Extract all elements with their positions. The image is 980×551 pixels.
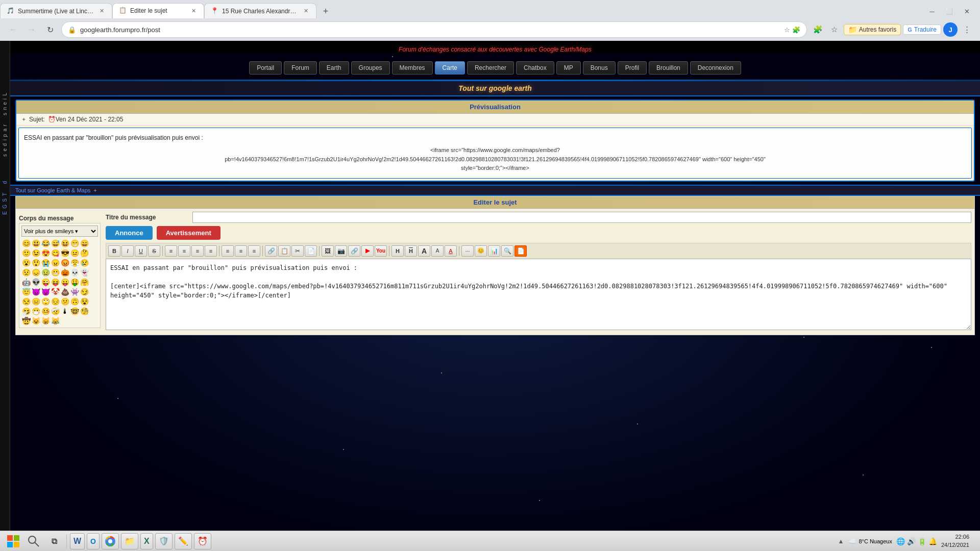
copy-btn[interactable]: 📄 bbox=[305, 245, 317, 257]
smiley-44[interactable]: 😑 bbox=[31, 297, 40, 306]
smiley-30[interactable]: 👽 bbox=[31, 278, 40, 287]
smiley-21[interactable]: 😢 bbox=[80, 258, 89, 267]
align-center-btn[interactable]: ≡ bbox=[178, 245, 190, 257]
start-button[interactable] bbox=[4, 533, 22, 549]
smiley-47[interactable]: 😕 bbox=[60, 297, 69, 306]
task-view-btn[interactable]: ⧉ bbox=[45, 533, 63, 549]
tab-1-close[interactable]: ✕ bbox=[97, 7, 106, 15]
back-btn[interactable]: ← bbox=[6, 22, 20, 37]
taskbar-chrome-btn[interactable] bbox=[102, 533, 119, 549]
battery-icon[interactable]: 🔋 bbox=[918, 537, 926, 545]
address-bar[interactable]: 🔒 googlearth.forumpro.fr/post ☆ 🧩 bbox=[61, 21, 807, 38]
smiley-53[interactable]: 🤕 bbox=[51, 307, 60, 316]
h1-btn[interactable]: H bbox=[391, 245, 404, 257]
translate-btn[interactable]: G Traduire bbox=[903, 24, 941, 35]
message-editor[interactable]: ESSAI en passant par "brouillon" puis pr… bbox=[106, 259, 971, 330]
align-justify-btn[interactable]: ≡ bbox=[205, 245, 217, 257]
font-size-down-btn[interactable]: A bbox=[431, 245, 444, 257]
smiley-51[interactable]: 😷 bbox=[31, 307, 40, 316]
smiley-28[interactable]: 👻 bbox=[80, 268, 89, 277]
up-arrow-icon[interactable]: ▲ bbox=[838, 538, 844, 545]
smiley-41[interactable]: 👾 bbox=[70, 287, 79, 296]
tab-2-close[interactable]: ✕ bbox=[189, 7, 198, 15]
smiley-59[interactable]: 😸 bbox=[41, 316, 50, 325]
underline-btn[interactable]: U bbox=[135, 245, 147, 257]
smiley-16[interactable]: 😲 bbox=[31, 258, 40, 267]
paste-btn[interactable]: 📋 bbox=[278, 245, 290, 257]
smiley-57[interactable]: 🤠 bbox=[21, 316, 31, 325]
smiley-43[interactable]: 😒 bbox=[21, 297, 31, 306]
nav-rechercher[interactable]: Rechercher bbox=[467, 61, 514, 74]
ordered-list-btn[interactable]: ≡ bbox=[235, 245, 247, 257]
taskbar-explorer-btn[interactable]: 📁 bbox=[121, 533, 138, 549]
chart-btn[interactable]: 📊 bbox=[488, 245, 500, 257]
bold-btn[interactable]: B bbox=[108, 245, 120, 257]
taskbar-defender-btn[interactable]: 🛡️ bbox=[155, 533, 173, 549]
taskbar-outlook-btn[interactable]: O bbox=[87, 533, 100, 549]
profile-icon[interactable]: J bbox=[943, 22, 958, 37]
align-left-btn[interactable]: ≡ bbox=[165, 245, 177, 257]
h2-btn[interactable]: H bbox=[405, 245, 417, 257]
smiley-33[interactable]: 😛 bbox=[60, 278, 69, 287]
bookmark-btn[interactable]: ☆ bbox=[827, 22, 842, 37]
smiley-38[interactable]: 👿 bbox=[41, 287, 50, 296]
smiley-14[interactable]: 🤔 bbox=[80, 248, 89, 258]
smiley-2[interactable]: 😃 bbox=[31, 239, 40, 248]
smiley-18[interactable]: 😠 bbox=[51, 258, 60, 267]
smiley-6[interactable]: 😁 bbox=[70, 239, 79, 248]
smiley-48[interactable]: 🙃 bbox=[70, 297, 79, 306]
smiley-32[interactable]: 😝 bbox=[51, 278, 60, 287]
smiley-36[interactable]: 😇 bbox=[21, 287, 31, 296]
nav-chatbox[interactable]: Chatbox bbox=[516, 61, 554, 74]
font-size-up-btn[interactable]: A bbox=[418, 245, 430, 257]
smiley-12[interactable]: 😎 bbox=[60, 248, 69, 258]
new-tab-button[interactable]: + bbox=[318, 4, 333, 18]
smiley-42[interactable]: 😏 bbox=[80, 287, 89, 296]
smiley-4[interactable]: 😅 bbox=[51, 239, 60, 248]
nav-membres[interactable]: Membres bbox=[392, 61, 433, 74]
tab-3[interactable]: 📍 15 Rue Charles Alexandre Lesue... ✕ bbox=[204, 3, 316, 18]
nav-carte[interactable]: Carte bbox=[435, 61, 465, 74]
smiley-35[interactable]: 🤗 bbox=[80, 278, 89, 287]
extensions-btn[interactable]: 🧩 bbox=[811, 22, 825, 37]
italic-btn[interactable]: I bbox=[121, 245, 134, 257]
align-right-btn[interactable]: ≡ bbox=[191, 245, 204, 257]
smiley-52[interactable]: 🤒 bbox=[41, 307, 50, 316]
nav-portail[interactable]: Portail bbox=[249, 61, 282, 74]
tab-2[interactable]: 📋 Editer le sujet ✕ bbox=[112, 3, 204, 18]
smiley-34[interactable]: 🤑 bbox=[70, 278, 79, 287]
tab-1[interactable]: 🎵 Summertime (Live at Lincoln Cen... ✕ bbox=[0, 3, 112, 18]
smiley-13[interactable]: 😐 bbox=[70, 248, 79, 258]
nav-deconnexion[interactable]: Deconnexion bbox=[690, 61, 741, 74]
smiley-45[interactable]: 🙄 bbox=[41, 297, 50, 306]
doc-btn[interactable]: 📄 bbox=[514, 245, 527, 257]
more-btn[interactable]: ··· bbox=[461, 245, 474, 257]
nav-earth[interactable]: Earth bbox=[319, 61, 349, 74]
smiley-54[interactable]: 🌡 bbox=[60, 307, 69, 316]
smiley-55[interactable]: 🤓 bbox=[70, 307, 79, 316]
close-btn[interactable]: ✕ bbox=[960, 4, 974, 18]
video-btn[interactable]: ▶ bbox=[361, 245, 374, 257]
smiley-22[interactable]: 😟 bbox=[21, 268, 31, 277]
smiley-15[interactable]: 😮 bbox=[21, 258, 31, 267]
font-color-btn[interactable]: A bbox=[445, 245, 457, 257]
minimize-btn[interactable]: ─ bbox=[925, 4, 939, 18]
smiley-60[interactable]: 😹 bbox=[51, 316, 60, 325]
announce-btn[interactable]: Annonce bbox=[106, 226, 153, 240]
smiley-31[interactable]: 😜 bbox=[41, 278, 50, 287]
smiley-56[interactable]: 🧐 bbox=[80, 307, 89, 316]
strikethrough-btn[interactable]: S bbox=[148, 245, 160, 257]
clock-display[interactable]: 22:06 24/12/2021 bbox=[941, 533, 969, 549]
youtube-btn[interactable]: You bbox=[375, 245, 387, 257]
link-btn[interactable]: 🔗 bbox=[265, 245, 277, 257]
smiley-17[interactable]: 😭 bbox=[41, 258, 50, 267]
smiley-27[interactable]: 💀 bbox=[70, 268, 79, 277]
nav-brouillon[interactable]: Brouillon bbox=[649, 61, 688, 74]
restore-btn[interactable]: ⬜ bbox=[942, 4, 957, 18]
bottom-link[interactable]: Tout sur Google Earth & Maps bbox=[15, 187, 90, 193]
taskbar-word-btn[interactable]: W bbox=[70, 533, 85, 549]
bookmark-icon[interactable]: ☆ bbox=[784, 26, 790, 34]
forward-btn[interactable]: → bbox=[24, 22, 39, 37]
photo-btn[interactable]: 📷 bbox=[335, 245, 347, 257]
extension-icon[interactable]: 🧩 bbox=[792, 26, 800, 34]
